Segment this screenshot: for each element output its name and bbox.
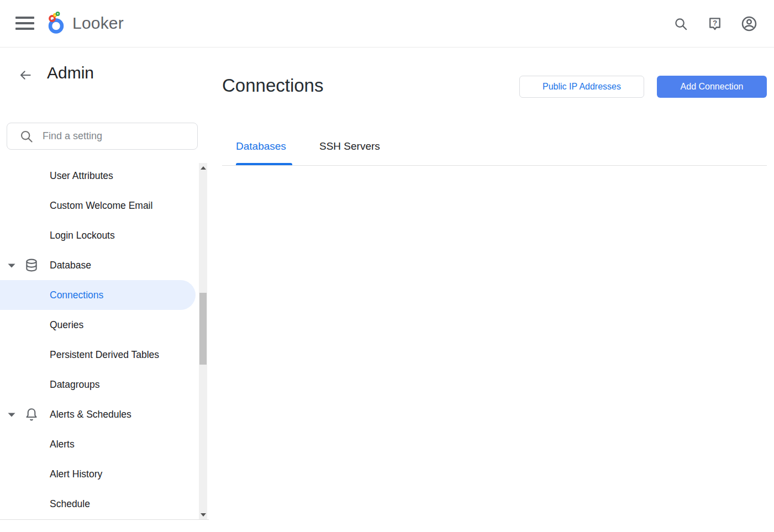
settings-nav: User Attributes Custom Welcome Email Log…	[0, 161, 199, 519]
sidebar-item-alert-history[interactable]: Alert History	[0, 459, 199, 489]
add-connection-button[interactable]: Add Connection	[657, 76, 767, 98]
sidebar-item-queries[interactable]: Queries	[0, 310, 199, 340]
top-app-bar: Looker ?	[0, 0, 774, 48]
search-input[interactable]	[43, 130, 181, 142]
looker-logo: Looker	[48, 8, 124, 39]
sidebar-item-persistent-derived-tables[interactable]: Persistent Derived Tables	[0, 340, 199, 370]
scroll-down-icon[interactable]	[201, 513, 206, 517]
sidebar-group-alerts-schedules[interactable]: Alerts & Schedules	[0, 399, 199, 429]
sidebar-group-database[interactable]: Database	[0, 250, 199, 280]
database-icon	[24, 257, 39, 273]
sidebar-item-login-lockouts[interactable]: Login Lockouts	[0, 220, 199, 250]
scroll-up-icon[interactable]	[201, 166, 206, 170]
public-ip-addresses-button[interactable]: Public IP Addresses	[519, 76, 644, 98]
search-icon	[19, 129, 34, 144]
caret-down-icon[interactable]	[8, 264, 15, 268]
sidebar-item-alerts[interactable]: Alerts	[0, 429, 199, 459]
tab-ssh-servers[interactable]: SSH Servers	[319, 140, 380, 152]
connections-tabs: Databases SSH Servers	[222, 138, 767, 166]
sidebar-scrollbar[interactable]	[199, 163, 207, 520]
caret-down-icon[interactable]	[8, 413, 15, 417]
sidebar-item-custom-welcome-email[interactable]: Custom Welcome Email	[0, 191, 199, 220]
sidebar-item-schedule[interactable]: Schedule	[0, 489, 199, 519]
sidebar-title: Admin	[47, 64, 94, 82]
looker-admin-app: Looker ?	[0, 0, 774, 532]
find-setting-searchbox[interactable]	[7, 123, 198, 150]
looker-logo-icon	[48, 9, 69, 38]
search-icon[interactable]	[664, 8, 698, 39]
scrollbar-thumb[interactable]	[199, 293, 207, 365]
tab-databases[interactable]: Databases	[236, 140, 286, 152]
admin-sidebar: Admin User Attributes Custom Welcome Ema…	[0, 48, 209, 520]
account-icon[interactable]	[732, 8, 766, 39]
back-arrow-icon[interactable]	[18, 68, 33, 82]
logo-wordmark: Looker	[72, 14, 124, 33]
sidebar-item-user-attributes[interactable]: User Attributes	[0, 161, 199, 191]
sidebar-item-connections[interactable]: Connections	[0, 280, 196, 310]
hamburger-menu-icon[interactable]	[15, 17, 34, 30]
svg-text:?: ?	[713, 19, 717, 27]
sidebar-divider	[0, 519, 209, 520]
help-icon[interactable]: ?	[698, 8, 732, 39]
page-title: Connections	[222, 75, 323, 96]
sidebar-item-datagroups[interactable]: Datagroups	[0, 370, 199, 399]
bell-icon	[24, 407, 39, 422]
tabs-divider	[222, 165, 767, 166]
